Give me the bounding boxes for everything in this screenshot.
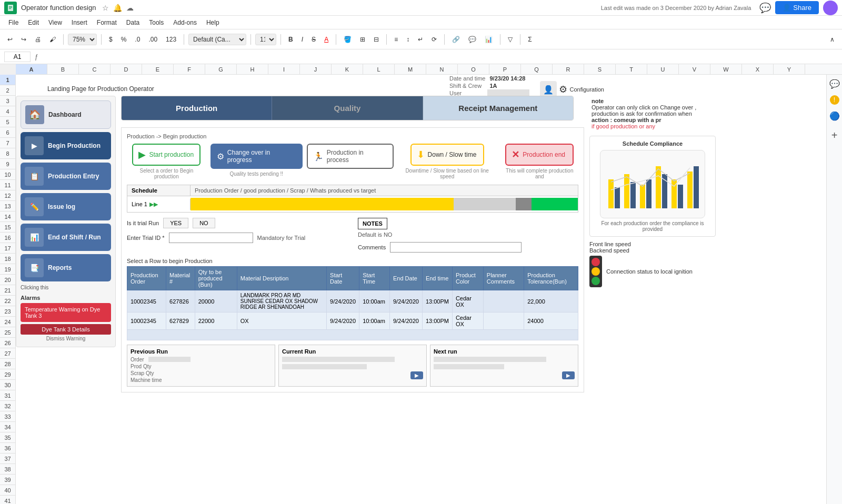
tab-receipt[interactable]: Receipt Management	[423, 96, 573, 120]
menu-view[interactable]: View	[44, 18, 66, 27]
chart-button[interactable]: 📊	[482, 34, 496, 45]
tab-production[interactable]: Production	[122, 96, 272, 120]
previous-run-title: Previous Run	[131, 348, 272, 355]
decimal-inc-button[interactable]: .00	[145, 34, 161, 45]
print-button[interactable]: 🖨	[32, 34, 44, 45]
filter-button[interactable]: ▽	[505, 34, 516, 45]
menu-tools[interactable]: Tools	[145, 18, 168, 27]
font-select[interactable]: Default (Ca...	[188, 34, 246, 45]
text-rotate-button[interactable]: ⟳	[428, 34, 440, 45]
trial-id-row: Enter Trial ID * Mandatory for Trial	[127, 233, 347, 243]
row-41: 41	[0, 496, 15, 504]
paint-format-button[interactable]: 🖌	[46, 34, 59, 45]
font-color-button[interactable]: A	[321, 34, 332, 45]
comments-input[interactable]	[390, 242, 522, 253]
notes-box: NOTES	[358, 218, 387, 229]
currency-button[interactable]: $	[106, 34, 116, 45]
col-header-r: R	[553, 64, 584, 74]
zoom-select[interactable]: 75%	[68, 34, 97, 45]
table-row[interactable]	[127, 330, 578, 340]
row-37: 37	[0, 453, 15, 464]
sidebar-item-dashboard[interactable]: 🏠 Dashboard	[21, 100, 111, 129]
col-header-l: L	[363, 64, 395, 74]
changeover-button[interactable]: ⚙ Change over in progress	[210, 144, 303, 169]
sidebar-item-end-shift[interactable]: 📊 End of Shift / Run	[21, 224, 111, 251]
right-panel: note Operator can only click on Change o…	[589, 96, 716, 287]
collapse-button[interactable]: ∧	[827, 34, 838, 45]
chat-icon[interactable]: 💬	[829, 79, 840, 89]
percent-button[interactable]: %	[118, 34, 130, 45]
alarm-detail-button[interactable]: Dye Tank 3 Details	[21, 324, 111, 335]
menu-file[interactable]: File	[4, 18, 23, 27]
comments-icon[interactable]: 💬	[759, 2, 771, 14]
italic-button[interactable]: I	[298, 34, 306, 45]
formula-input[interactable]	[43, 52, 838, 62]
menu-insert[interactable]: Insert	[67, 18, 92, 27]
formula-bar: ƒ	[0, 49, 842, 64]
start-production-wrapper: ▶ Start production Select a order to Beg…	[127, 144, 206, 179]
col-header-w: W	[710, 64, 742, 74]
row-33: 33	[0, 411, 15, 422]
compliance-title: Schedule Compliance	[594, 140, 711, 147]
sidebar-item-production-entry[interactable]: 📋 Production Entry	[21, 163, 111, 190]
trial-id-input[interactable]	[169, 233, 253, 243]
drive-icon[interactable]: 🔔	[113, 4, 122, 12]
td-end-time-1: 13:00PM	[422, 290, 452, 313]
production-entry-icon: 📋	[25, 167, 44, 186]
add-icon[interactable]: +	[831, 129, 838, 142]
share-button[interactable]: 👤 Share	[775, 1, 819, 14]
sidebar-item-issue-log[interactable]: ✏️ Issue log	[21, 193, 111, 220]
breadcrumb: Production -> Begin production	[127, 133, 578, 139]
text-wrap-button[interactable]: ↵	[415, 34, 426, 45]
history-icon[interactable]: !	[830, 95, 839, 105]
strikethrough-button[interactable]: S	[308, 34, 319, 45]
bold-button[interactable]: B	[285, 34, 296, 45]
menu-edit[interactable]: Edit	[24, 18, 43, 27]
redo-button[interactable]: ↪	[18, 34, 29, 45]
row-7: 7	[0, 138, 15, 148]
svg-rect-2	[9, 7, 12, 8]
row-38: 38	[0, 464, 15, 475]
table-row[interactable]: 10002345 627829 22000 OX 9/24/2020 10:00…	[127, 313, 578, 330]
dismiss-warning-button[interactable]: Dismiss Warning	[46, 336, 86, 341]
table-row[interactable]: 10002345 627826 20000 LANDMARK PRO AR MD…	[127, 290, 578, 313]
tab-quality[interactable]: Quality	[272, 96, 423, 120]
link-button[interactable]: 🔗	[449, 34, 463, 45]
menu-format[interactable]: Format	[93, 18, 121, 27]
halign-button[interactable]: ≡	[391, 34, 401, 45]
start-production-button[interactable]: ▶ Start production	[132, 144, 201, 166]
sigma-button[interactable]: Σ	[525, 34, 535, 45]
merge-button[interactable]: ⊟	[370, 34, 382, 45]
production-entry-label: Production Entry	[48, 173, 99, 180]
row-4: 4	[0, 106, 15, 117]
sidebar-item-reports[interactable]: 📑 Reports	[21, 254, 111, 281]
menu-addons[interactable]: Add-ons	[169, 18, 201, 27]
gear-icon[interactable]: ⚙	[559, 84, 567, 95]
next-view-button[interactable]: ▶	[562, 371, 575, 379]
row-8: 8	[0, 148, 15, 159]
valign-button[interactable]: ↕	[403, 34, 413, 45]
sidebar-item-begin-production[interactable]: ▶ Begin Production	[21, 132, 111, 159]
no-button[interactable]: NO	[193, 218, 215, 228]
production-end-button[interactable]: ✕ Production end	[505, 144, 574, 166]
people-icon[interactable]: 🔵	[829, 111, 840, 121]
borders-button[interactable]: ⊞	[357, 34, 368, 45]
downtime-button[interactable]: ⬇ Down / Slow time	[410, 144, 484, 166]
format-123-button[interactable]: 123	[163, 34, 179, 45]
cloud-icon[interactable]: ☁	[126, 4, 134, 12]
comment-button[interactable]: 💬	[465, 34, 479, 45]
next-run-bar	[434, 357, 546, 362]
size-select[interactable]: 11	[255, 34, 276, 45]
menu-data[interactable]: Data	[122, 18, 144, 27]
fill-color-button[interactable]: 🪣	[340, 34, 355, 45]
menu-help[interactable]: Help	[202, 18, 224, 27]
cell-reference[interactable]	[4, 52, 31, 62]
decimal-dec-button[interactable]: .0	[132, 34, 143, 45]
current-view-button[interactable]: ▶	[410, 371, 423, 379]
undo-button[interactable]: ↩	[4, 34, 16, 45]
yes-button[interactable]: YES	[163, 218, 188, 228]
process-button[interactable]: 🏃 Production in process	[307, 144, 394, 169]
sep8	[444, 34, 445, 45]
star-icon[interactable]: ☆	[102, 4, 109, 12]
downtime-sublabel: Downtime / Slow time based on line speed	[398, 168, 497, 179]
